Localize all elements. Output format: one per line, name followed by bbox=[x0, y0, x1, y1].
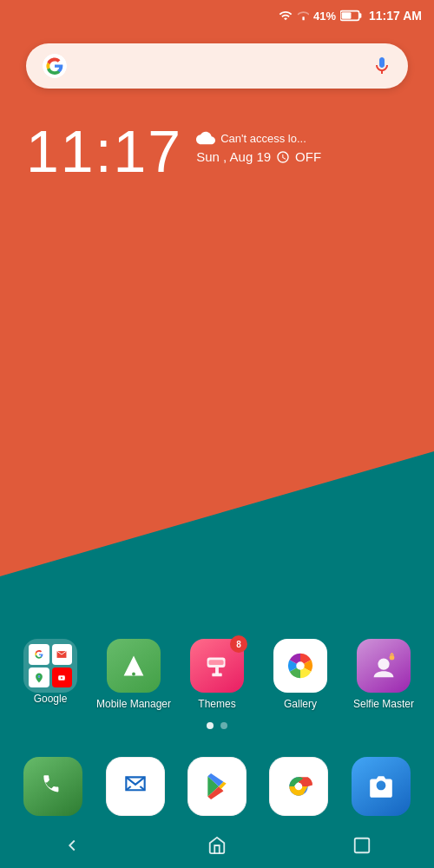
page-dot-inactive[interactable] bbox=[220, 722, 227, 729]
clock-time: 11:17 bbox=[26, 122, 182, 181]
app-grid: Google Mobile Manager 8 Themes bbox=[0, 639, 434, 712]
app-item-selfie-master[interactable]: Selfie Master bbox=[345, 639, 422, 712]
app-item-mobile-manager[interactable]: Mobile Manager bbox=[95, 639, 172, 712]
page-dot-active[interactable] bbox=[207, 722, 214, 729]
app-label-gallery: Gallery bbox=[284, 698, 317, 712]
selfie-master-icon[interactable] bbox=[357, 639, 411, 693]
dock-camera[interactable] bbox=[352, 757, 411, 816]
nav-recents-button[interactable] bbox=[345, 828, 379, 863]
status-icons: 41% 11:17 AM bbox=[279, 9, 422, 23]
gallery-icon[interactable] bbox=[273, 639, 327, 693]
dock-play-store[interactable] bbox=[187, 757, 247, 816]
app-label-google: Google bbox=[34, 693, 68, 707]
alarm-icon bbox=[276, 150, 290, 164]
svg-point-9 bbox=[296, 662, 305, 671]
folder-maps-icon bbox=[29, 667, 49, 688]
clock-info: Can't access lo... Sun , Aug 19 OFF bbox=[196, 122, 321, 164]
cloud-icon bbox=[196, 128, 215, 148]
svg-point-14 bbox=[295, 783, 303, 791]
signal-icon bbox=[297, 10, 309, 22]
nav-back-button[interactable] bbox=[55, 828, 89, 863]
svg-rect-2 bbox=[359, 13, 362, 17]
svg-rect-15 bbox=[354, 838, 369, 853]
themes-icon[interactable]: 8 bbox=[190, 639, 244, 693]
nav-home-button[interactable] bbox=[200, 828, 234, 863]
app-label-themes: Themes bbox=[198, 698, 235, 712]
app-label-selfie-master: Selfie Master bbox=[353, 698, 414, 712]
dock-chrome[interactable] bbox=[269, 757, 328, 816]
folder-google-icon bbox=[29, 644, 49, 665]
svg-rect-3 bbox=[342, 12, 352, 19]
folder-youtube-icon bbox=[52, 667, 73, 688]
svg-point-4 bbox=[132, 673, 135, 676]
app-item-google[interactable]: Google bbox=[12, 639, 89, 707]
svg-point-10 bbox=[378, 659, 389, 670]
battery-icon bbox=[340, 10, 363, 22]
clock-date: Sun , Aug 19 OFF bbox=[196, 149, 321, 164]
folder-gmail-icon bbox=[52, 644, 73, 665]
svg-rect-0 bbox=[302, 16, 304, 20]
search-bar[interactable] bbox=[26, 43, 408, 89]
dock-phone[interactable] bbox=[23, 757, 82, 816]
alarm-text: OFF bbox=[295, 149, 321, 164]
nav-bar bbox=[0, 823, 434, 868]
clock-weather: Can't access lo... bbox=[196, 128, 321, 148]
google-folder-icon[interactable] bbox=[23, 639, 77, 693]
battery-percent: 41% bbox=[313, 10, 336, 23]
svg-rect-7 bbox=[212, 674, 221, 677]
themes-badge: 8 bbox=[230, 635, 247, 653]
svg-rect-8 bbox=[209, 661, 224, 666]
svg-point-11 bbox=[390, 655, 395, 661]
wifi-icon bbox=[279, 9, 293, 23]
status-bar: 41% 11:17 AM bbox=[0, 0, 434, 31]
app-item-themes[interactable]: 8 Themes bbox=[179, 639, 255, 712]
app-label-mobile-manager: Mobile Manager bbox=[96, 698, 171, 712]
google-logo bbox=[40, 51, 69, 81]
svg-rect-6 bbox=[215, 667, 219, 674]
app-item-gallery[interactable]: Gallery bbox=[262, 639, 339, 712]
mic-icon[interactable] bbox=[370, 54, 394, 78]
clock-widget: 11:17 Can't access lo... Sun , Aug 19 OF… bbox=[26, 122, 408, 181]
page-dots bbox=[0, 722, 434, 729]
dock bbox=[0, 757, 434, 816]
weather-text: Can't access lo... bbox=[220, 132, 306, 145]
date-text: Sun , Aug 19 bbox=[196, 149, 271, 164]
status-time: 11:17 AM bbox=[369, 9, 422, 23]
dock-messages[interactable] bbox=[106, 757, 165, 816]
mobile-manager-icon[interactable] bbox=[107, 639, 161, 693]
